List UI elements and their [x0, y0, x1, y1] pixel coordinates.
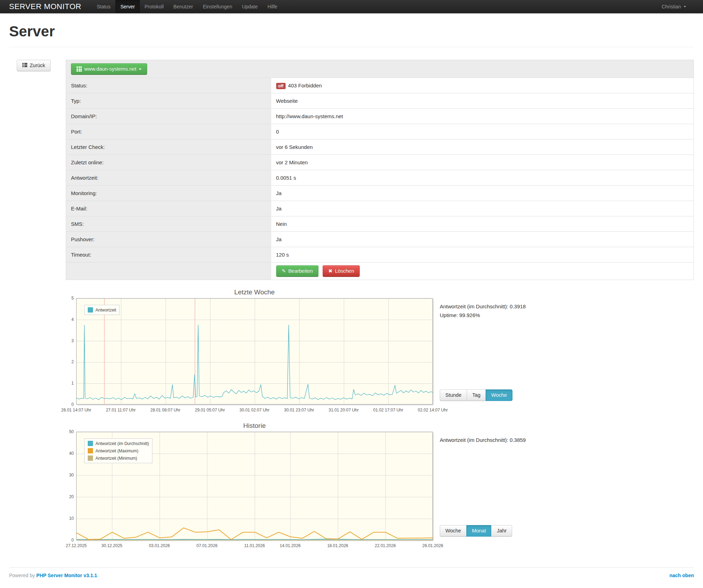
back-button[interactable]: Zurück: [17, 60, 51, 71]
row-label: Status:: [66, 78, 271, 93]
nav-item-update[interactable]: Update: [237, 0, 263, 13]
app-brand[interactable]: SERVER MONITOR: [9, 0, 81, 13]
row-value: off403 Forbidden: [271, 78, 694, 93]
woche-range-button[interactable]: Woche: [486, 389, 512, 401]
x-tick-label: 22.01.2026: [375, 543, 396, 548]
table-row: Pushover:Ja: [66, 232, 694, 247]
x-tick-label: 03.01.2026: [149, 543, 170, 548]
row-value: http://www.daun-systems.net: [271, 109, 694, 124]
legend-label: Antwortzeit (im Durchschnitt): [95, 441, 149, 446]
legend-swatch: [88, 456, 93, 461]
row-label: Domain/IP:: [66, 109, 271, 124]
row-label: Zuletzt online:: [66, 155, 271, 170]
row-label: Typ:: [66, 93, 271, 109]
chart-legend: Antwortzeit (im Durchschnitt)Antwortzeit…: [84, 438, 152, 463]
legend-label: Antwortzeit: [95, 308, 116, 313]
row-label: Monitoring:: [66, 186, 271, 201]
row-value: 0: [271, 124, 694, 139]
delete-button-label: Löschen: [335, 268, 354, 274]
woche-range-button[interactable]: Woche: [440, 525, 467, 537]
app-version-link[interactable]: PHP Server Monitor v3.1.1: [36, 573, 97, 578]
server-dropdown[interactable]: www.daun-systems.net: [71, 63, 147, 75]
x-tick-label: 01.02 17:07 Uhr: [373, 408, 403, 413]
nav-item-server[interactable]: Server: [115, 0, 139, 13]
y-tick-label: 2: [71, 359, 74, 364]
x-tick-label: 26.01.2026: [422, 543, 443, 548]
server-detail-table: www.daun-systems.net Status:off403 Forbi…: [66, 60, 694, 280]
chart-title: Historie: [76, 422, 433, 432]
row-label: Pushover:: [66, 232, 271, 247]
nav-item-hilfe[interactable]: Hilfe: [263, 0, 282, 13]
user-menu[interactable]: Christian: [662, 0, 686, 13]
nav-item-benutzer[interactable]: Benutzer: [168, 0, 198, 13]
row-value: Ja: [271, 201, 694, 216]
tag-range-button[interactable]: Tag: [467, 389, 486, 401]
chart-stat-line: Antwortzeit (im Durchschnitt): 0.3859: [440, 436, 694, 445]
table-row: SMS:Nein: [66, 216, 694, 232]
actions-cell: ✎ Bearbeiten ✖ Löschen: [271, 263, 694, 280]
legend-swatch: [88, 307, 93, 313]
table-row: E-Mail:Ja: [66, 201, 694, 216]
caret-down-icon: [139, 69, 142, 70]
y-tick-label: 10: [69, 516, 74, 521]
edit-icon: ✎: [282, 268, 286, 274]
row-label: Timeout:: [66, 247, 271, 263]
back-to-top-link[interactable]: nach oben: [669, 573, 694, 578]
table-row: Letzter Check:vor 6 Sekunden: [66, 139, 694, 155]
x-tick-label: 31.01 20:07 Uhr: [329, 408, 359, 413]
nav-item-status[interactable]: Status: [92, 0, 116, 13]
footer: Powered by PHP Server Monitor v3.1.1. na…: [9, 567, 694, 583]
legend-entry: Antwortzeit (Minimum): [88, 456, 149, 461]
x-tick-label: 18.01.2026: [327, 543, 348, 548]
table-row: Status:off403 Forbidden: [66, 78, 694, 93]
main-nav: StatusServerProtokollBenutzerEinstellung…: [92, 0, 282, 13]
x-tick-label: 14.01.2026: [280, 543, 301, 548]
delete-button[interactable]: ✖ Löschen: [323, 265, 360, 277]
table-row: Port:0: [66, 124, 694, 139]
chevron-down-icon: [683, 6, 686, 7]
chart-stats: Antwortzeit (im Durchschnitt): 0.3859: [440, 436, 694, 445]
monat-range-button[interactable]: Monat: [466, 525, 492, 537]
table-row: Domain/IP:http://www.daun-systems.net: [66, 109, 694, 124]
table-row: Typ:Webseite: [66, 93, 694, 109]
status-badge: off: [276, 83, 286, 89]
y-axis-labels: 012345: [64, 298, 76, 404]
chart-range-toggle: WocheMonatJahr: [440, 525, 694, 537]
chart-area: Letzte Woche012345Antwortzeit26.01 14:07…: [64, 288, 433, 414]
edit-button[interactable]: ✎ Bearbeiten: [276, 265, 318, 277]
row-value: 0.0051 s: [271, 170, 694, 186]
x-tick-label: 29.01 05:07 Uhr: [195, 408, 225, 413]
row-value: Nein: [271, 216, 694, 232]
footer-credit: Powered by PHP Server Monitor v3.1.1.: [9, 573, 99, 578]
jahr-range-button[interactable]: Jahr: [491, 525, 512, 537]
stunde-range-button[interactable]: Stunde: [440, 389, 467, 401]
server-dropdown-label: www.daun-systems.net: [84, 66, 136, 72]
footer-period: .: [97, 573, 99, 578]
legend-entry: Antwortzeit (Maximum): [88, 448, 149, 453]
x-axis-labels: 27.12.202530.12.202503.01.202607.01.2026…: [76, 540, 433, 549]
y-axis-labels: 01020304050: [64, 432, 76, 540]
table-row: Antwortzeit:0.0051 s: [66, 170, 694, 186]
table-row: Zuletzt online:vor 2 Minuten: [66, 155, 694, 170]
y-tick-label: 0: [71, 402, 74, 407]
y-tick-label: 30: [69, 473, 74, 478]
x-tick-label: 11.01.2026: [244, 543, 265, 548]
chart-plot: Antwortzeit: [76, 298, 433, 404]
chart-side-panel: Antwortzeit (im Durchschnitt): 0.3918Upt…: [433, 288, 694, 414]
chart-plot: Antwortzeit (im Durchschnitt)Antwortzeit…: [76, 432, 433, 540]
nav-item-protokoll[interactable]: Protokoll: [140, 0, 168, 13]
legend-label: Antwortzeit (Minimum): [95, 456, 137, 461]
row-value: Ja: [271, 232, 694, 247]
y-tick-label: 3: [71, 338, 74, 343]
row-label: Port:: [66, 124, 271, 139]
x-tick-label: 30.12.2025: [101, 543, 122, 548]
row-label: Letzter Check:: [66, 139, 271, 155]
legend-entry: Antwortzeit: [88, 307, 116, 313]
y-tick-label: 20: [69, 494, 74, 499]
nav-item-einstellungen[interactable]: Einstellungen: [198, 0, 237, 13]
history-chart-section: Historie01020304050Antwortzeit (im Durch…: [9, 422, 694, 549]
row-label: SMS:: [66, 216, 271, 232]
row-label: E-Mail:: [66, 201, 271, 216]
x-tick-label: 30.01 23:07 Uhr: [284, 408, 314, 413]
legend-swatch: [88, 448, 93, 453]
